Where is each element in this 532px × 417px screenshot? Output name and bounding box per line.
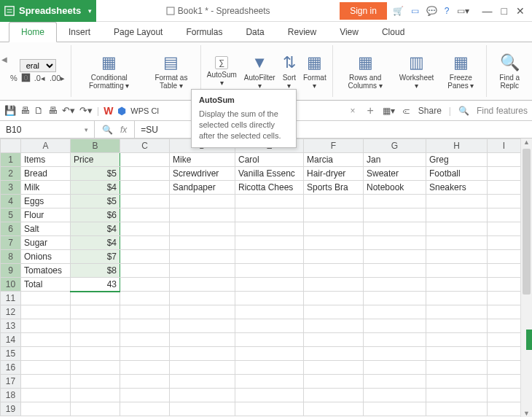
cell-A18[interactable] xyxy=(21,389,71,402)
cell-D12[interactable] xyxy=(170,305,235,319)
tab-page-layout[interactable]: Page Layout xyxy=(102,23,174,42)
sort-button[interactable]: ⇅ Sort ▾ xyxy=(283,53,296,90)
cell-D8[interactable] xyxy=(170,250,235,264)
cell-G13[interactable] xyxy=(364,319,426,333)
cell-B8[interactable]: $7 xyxy=(71,250,120,264)
cell-F12[interactable] xyxy=(304,305,364,319)
cell-C19[interactable] xyxy=(120,402,170,416)
row-header-9[interactable]: 9 xyxy=(1,264,21,278)
row-header-13[interactable]: 13 xyxy=(1,319,21,333)
cart-icon[interactable]: 🛒 xyxy=(393,6,404,16)
scrollbar-thumb[interactable] xyxy=(523,149,531,295)
cell-E11[interactable] xyxy=(235,292,304,305)
cell-F1[interactable]: Marcia xyxy=(304,153,364,167)
cell-B3[interactable]: $4 xyxy=(71,181,120,195)
cell-F4[interactable] xyxy=(304,195,364,208)
cell-B10[interactable]: 43 xyxy=(71,278,120,292)
increase-decimal-button[interactable]: .00▸ xyxy=(50,74,65,83)
cell-B14[interactable] xyxy=(71,333,120,347)
settings-icon[interactable]: ▦▾ xyxy=(383,106,395,116)
ribbon-scroll-left-icon[interactable]: ◀ xyxy=(1,55,7,63)
cell-I1[interactable] xyxy=(488,153,521,167)
cell-F15[interactable] xyxy=(304,347,364,361)
doc-tab-close-icon[interactable]: × xyxy=(347,106,358,116)
cell-B5[interactable]: $6 xyxy=(71,208,120,222)
cell-E18[interactable] xyxy=(235,389,304,402)
cell-E7[interactable] xyxy=(235,236,304,250)
wps-w-icon[interactable]: W xyxy=(103,105,113,117)
cell-I6[interactable] xyxy=(488,222,521,236)
cell-E1[interactable]: Carol xyxy=(235,153,304,167)
cell-C15[interactable] xyxy=(120,347,170,361)
cell-F11[interactable] xyxy=(304,292,364,305)
cell-C9[interactable] xyxy=(120,264,170,278)
cell-B2[interactable]: $5 xyxy=(71,167,120,181)
help-icon[interactable]: ? xyxy=(445,6,450,16)
cell-B6[interactable]: $4 xyxy=(71,222,120,236)
cell-G6[interactable] xyxy=(364,222,426,236)
cell-D2[interactable]: Screwdriver xyxy=(170,167,235,181)
cell-D13[interactable] xyxy=(170,319,235,333)
percent-button[interactable]: % xyxy=(10,74,17,83)
cell-H10[interactable] xyxy=(426,278,488,292)
sign-in-button[interactable]: Sign in xyxy=(340,2,387,20)
cell-D19[interactable] xyxy=(170,402,235,416)
fx-icon[interactable]: fx xyxy=(120,125,127,135)
cell-C17[interactable] xyxy=(120,375,170,389)
cell-E2[interactable]: Vanilla Essenc xyxy=(235,167,304,181)
print2-icon[interactable]: 🖶 xyxy=(48,105,58,116)
close-button[interactable]: ✕ xyxy=(516,5,525,17)
cell-E10[interactable] xyxy=(235,278,304,292)
row-header-8[interactable]: 8 xyxy=(1,250,21,264)
cell-E13[interactable] xyxy=(235,319,304,333)
cell-C8[interactable] xyxy=(120,250,170,264)
cell-H9[interactable] xyxy=(426,264,488,278)
name-box-caret-icon[interactable]: ▾ xyxy=(85,126,88,133)
cell-F9[interactable] xyxy=(304,264,364,278)
format-as-table-button[interactable]: ▤ Format as Table ▾ xyxy=(148,53,195,90)
cell-G16[interactable] xyxy=(364,361,426,375)
cell-D16[interactable] xyxy=(170,361,235,375)
cell-E5[interactable] xyxy=(235,208,304,222)
cell-B9[interactable]: $8 xyxy=(71,264,120,278)
cell-G12[interactable] xyxy=(364,305,426,319)
cell-I5[interactable] xyxy=(488,208,521,222)
cell-H18[interactable] xyxy=(426,389,488,402)
cell-C2[interactable] xyxy=(120,167,170,181)
cell-F13[interactable] xyxy=(304,319,364,333)
cell-A5[interactable]: Flour xyxy=(21,208,71,222)
select-all-corner[interactable] xyxy=(1,139,21,153)
share-icon[interactable]: ⪽ xyxy=(402,106,411,116)
cell-G1[interactable]: Jan xyxy=(364,153,426,167)
cell-I15[interactable] xyxy=(488,347,521,361)
cell-G15[interactable] xyxy=(364,347,426,361)
cell-C16[interactable] xyxy=(120,361,170,375)
cell-I2[interactable] xyxy=(488,167,521,181)
undo-icon[interactable]: ↶▾ xyxy=(62,105,75,116)
cell-I8[interactable] xyxy=(488,250,521,264)
cell-F2[interactable]: Hair-dryer xyxy=(304,167,364,181)
row-header-15[interactable]: 15 xyxy=(1,347,21,361)
cell-B19[interactable] xyxy=(71,402,120,416)
cell-G4[interactable] xyxy=(364,195,426,208)
cell-I9[interactable] xyxy=(488,264,521,278)
vertical-scrollbar[interactable]: ▲ ▼ xyxy=(520,139,532,417)
cell-C7[interactable] xyxy=(120,236,170,250)
cell-F14[interactable] xyxy=(304,333,364,347)
row-header-7[interactable]: 7 xyxy=(1,236,21,250)
cell-E15[interactable] xyxy=(235,347,304,361)
cell-A6[interactable]: Salt xyxy=(21,222,71,236)
cell-A11[interactable] xyxy=(21,292,71,305)
share-button[interactable]: Share xyxy=(418,106,442,116)
cell-A1[interactable]: Items xyxy=(21,153,71,167)
cell-C10[interactable] xyxy=(120,278,170,292)
autofilter-button[interactable]: ▼ AutoFilter ▾ xyxy=(244,53,275,90)
row-header-17[interactable]: 17 xyxy=(1,375,21,389)
cell-F16[interactable] xyxy=(304,361,364,375)
column-header-G[interactable]: G xyxy=(364,139,426,153)
name-box[interactable]: B10 ▾ xyxy=(0,121,95,138)
cell-B1[interactable]: Price xyxy=(71,153,120,167)
cell-H17[interactable] xyxy=(426,375,488,389)
scroll-up-icon[interactable]: ▲ xyxy=(521,139,532,146)
chat-icon[interactable]: ▭ xyxy=(411,6,419,16)
